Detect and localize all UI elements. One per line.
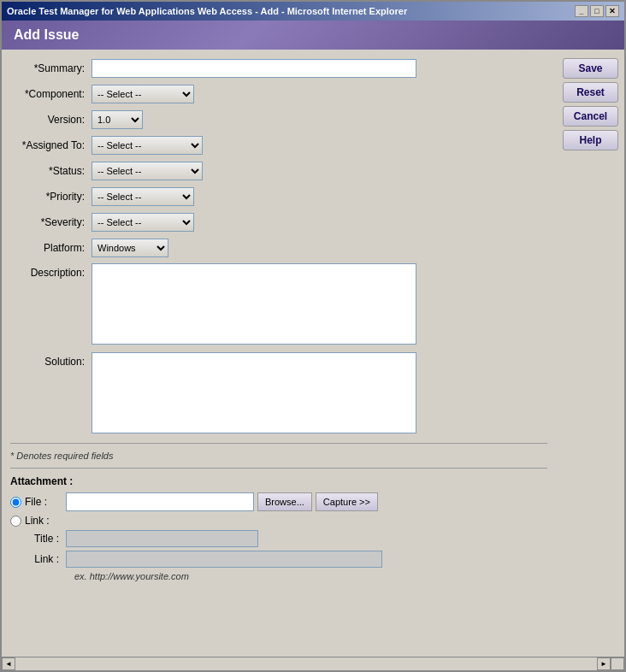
- priority-control: -- Select --: [92, 187, 547, 206]
- separator-1: [10, 443, 547, 444]
- page-header: Add Issue: [2, 21, 624, 50]
- file-path-input[interactable]: [66, 492, 254, 511]
- file-radio[interactable]: [10, 497, 21, 508]
- status-control: -- Select --: [92, 162, 547, 180]
- file-row: File : Browse... Capture >>: [10, 492, 547, 511]
- version-label: Version:: [10, 114, 92, 126]
- link-radio[interactable]: [10, 516, 21, 527]
- summary-input[interactable]: [92, 59, 416, 78]
- main-area: *Summary: *Component: -- Select --: [2, 50, 624, 657]
- title-input[interactable]: [66, 530, 258, 547]
- severity-row: *Severity: -- Select --: [10, 212, 547, 233]
- link-field-row: Link :: [10, 551, 547, 568]
- cancel-button[interactable]: Cancel: [563, 106, 618, 127]
- browse-button[interactable]: Browse...: [257, 492, 312, 511]
- component-row: *Component: -- Select --: [10, 84, 547, 104]
- component-control: -- Select --: [92, 85, 547, 103]
- assigned-to-control: -- Select --: [92, 136, 547, 155]
- summary-label: *Summary:: [10, 62, 92, 74]
- description-textarea[interactable]: [92, 263, 416, 345]
- link-url-input[interactable]: [66, 551, 382, 568]
- form-section: *Summary: *Component: -- Select --: [2, 58, 556, 657]
- priority-row: *Priority: -- Select --: [10, 186, 547, 207]
- link-radio-text: Link :: [25, 515, 50, 527]
- solution-row: Solution:: [10, 352, 547, 436]
- status-row: *Status: -- Select --: [10, 161, 547, 181]
- required-note: * Denotes required fields: [10, 451, 547, 461]
- severity-select[interactable]: -- Select --: [92, 213, 194, 232]
- minimize-button[interactable]: _: [575, 5, 588, 17]
- window-frame: Oracle Test Manager for Web Applications…: [0, 0, 626, 672]
- platform-control: Windows Linux Mac: [92, 239, 547, 257]
- status-label: *Status:: [10, 165, 92, 177]
- solution-control: [92, 352, 547, 436]
- help-button[interactable]: Help: [563, 130, 618, 150]
- bottom-scrollbar: ◄ ►: [2, 657, 624, 670]
- capture-button[interactable]: Capture >>: [316, 492, 378, 511]
- component-select[interactable]: -- Select --: [92, 85, 194, 103]
- assigned-to-select[interactable]: -- Select --: [92, 136, 203, 155]
- severity-label: *Severity:: [10, 216, 92, 228]
- priority-label: *Priority:: [10, 191, 92, 203]
- description-label: Description:: [10, 263, 92, 279]
- priority-select[interactable]: -- Select --: [92, 187, 194, 206]
- title-bar: Oracle Test Manager for Web Applications…: [2, 2, 624, 21]
- link-radio-label[interactable]: Link :: [10, 515, 66, 527]
- platform-row: Platform: Windows Linux Mac: [10, 238, 547, 258]
- example-text: ex. http://www.yoursite.com: [10, 571, 547, 581]
- title-bar-buttons: _ □ ✕: [575, 5, 619, 17]
- scroll-track[interactable]: [15, 657, 597, 670]
- close-button[interactable]: ✕: [605, 5, 619, 17]
- version-select[interactable]: 1.0: [92, 110, 143, 129]
- platform-label: Platform:: [10, 242, 92, 254]
- attachment-label: Attachment :: [10, 475, 547, 487]
- reset-button[interactable]: Reset: [563, 82, 618, 103]
- solution-textarea[interactable]: [92, 352, 416, 433]
- platform-select[interactable]: Windows Linux Mac: [92, 239, 168, 257]
- severity-control: -- Select --: [92, 213, 547, 232]
- link-radio-row: Link :: [10, 515, 547, 527]
- title-field-label: Title :: [27, 533, 66, 545]
- summary-control: [92, 59, 547, 78]
- version-row: Version: 1.0: [10, 109, 547, 130]
- assigned-to-row: *Assigned To: -- Select --: [10, 135, 547, 156]
- separator-2: [10, 468, 547, 469]
- title-field-row: Title :: [10, 530, 547, 547]
- save-button[interactable]: Save: [563, 58, 618, 79]
- description-control: [92, 263, 547, 347]
- maximize-button[interactable]: □: [590, 5, 604, 17]
- window-title: Oracle Test Manager for Web Applications…: [7, 6, 407, 16]
- scroll-left-button[interactable]: ◄: [2, 657, 15, 670]
- assigned-to-label: *Assigned To:: [10, 139, 92, 151]
- page-title: Add Issue: [14, 27, 79, 42]
- version-control: 1.0: [92, 110, 547, 129]
- scroll-corner: [611, 657, 624, 670]
- file-radio-text: File :: [25, 496, 47, 508]
- status-select[interactable]: -- Select --: [92, 162, 203, 180]
- description-row: Description:: [10, 263, 547, 347]
- window-content: Add Issue *Summary: *Component:: [2, 21, 624, 670]
- link-field-label: Link :: [27, 553, 66, 565]
- sidebar-buttons: Save Reset Cancel Help: [556, 58, 624, 657]
- component-label: *Component:: [10, 88, 92, 100]
- file-radio-label[interactable]: File :: [10, 496, 66, 508]
- summary-row: *Summary:: [10, 58, 547, 79]
- solution-label: Solution:: [10, 352, 92, 368]
- scroll-right-button[interactable]: ►: [597, 657, 611, 670]
